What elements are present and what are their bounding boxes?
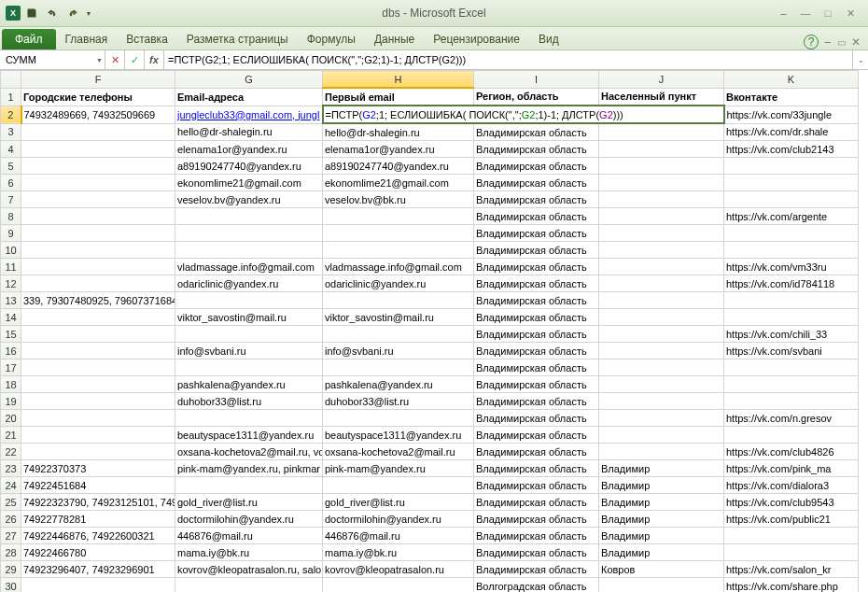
cell-J23[interactable]: Владимир [599,460,724,477]
cell-G2[interactable]: jungleclub33@gmail.com, jungl [175,106,323,123]
maximize-button[interactable]: □ [819,7,836,20]
cell-J6[interactable] [599,175,724,191]
cell-H25[interactable]: gold_river@list.ru [323,494,474,511]
name-box[interactable]: СУММ ▼ [0,50,105,69]
cell-K26[interactable]: https://vk.com/public21 [724,511,859,528]
cell-F16[interactable] [21,343,175,359]
cell-G26[interactable]: doctormilohin@yandex.ru [175,511,323,528]
cell-J22[interactable] [599,444,724,460]
cell-F27[interactable]: 74922446876, 74922600321 [21,528,175,544]
cell-F5[interactable] [21,158,175,175]
cell-G20[interactable] [175,410,323,427]
row-header-27[interactable]: 27 [1,528,21,544]
doc-close-button[interactable]: ✕ [851,35,861,49]
cell-I16[interactable]: Владимирская область [474,343,599,359]
cell-G21[interactable]: beautyspace1311@yandex.ru [175,427,323,444]
cell-K23[interactable]: https://vk.com/pink_ma [724,460,859,477]
cell-F12[interactable] [21,275,175,292]
tab-formulas[interactable]: Формулы [298,29,365,49]
row-header-29[interactable]: 29 [1,561,21,578]
cell-G5[interactable]: a89190247740@yandex.ru [175,158,323,175]
qat-customize-dropdown[interactable]: ▼ [84,4,93,22]
row-header-24[interactable]: 24 [1,477,21,494]
cell-I11[interactable]: Владимирская область [474,259,599,275]
cell-J11[interactable] [599,259,724,275]
cell-F20[interactable] [21,410,175,427]
cell-J26[interactable]: Владимир [599,511,724,528]
cell-F15[interactable] [21,326,175,343]
cell-F22[interactable] [21,444,175,460]
cell-K14[interactable] [724,309,859,326]
cell-J27[interactable]: Владимир [599,528,724,544]
cell-F2[interactable]: 74932489669, 74932509669 [21,106,175,123]
cell-F14[interactable] [21,309,175,326]
cell-J7[interactable] [599,191,724,208]
cell-F29[interactable]: 74923296407, 74923296901 [21,561,175,578]
cell-G17[interactable] [175,359,323,376]
fx-button[interactable]: fx [145,50,164,69]
cell-J14[interactable] [599,309,724,326]
cell-K22[interactable]: https://vk.com/club4826 [724,444,859,460]
cell-J28[interactable]: Владимир [599,544,724,561]
cell-G30[interactable] [175,578,323,593]
cell-K4[interactable]: https://vk.com/club2143 [724,141,859,158]
cell-J5[interactable] [599,158,724,175]
cell-F7[interactable] [21,191,175,208]
cell-I28[interactable]: Владимирская область [474,544,599,561]
cell-H23[interactable]: pink-mam@yandex.ru [323,460,474,477]
cell-I18[interactable]: Владимирская область [474,376,599,393]
cell-I13[interactable]: Владимирская область [474,292,599,309]
cell-I5[interactable]: Владимирская область [474,158,599,175]
minimize-button[interactable]: — [797,7,814,20]
cell-H18[interactable]: pashkalena@yandex.ru [323,376,474,393]
cell-K13[interactable] [724,292,859,309]
cell-K27[interactable] [724,528,859,544]
col-header-I[interactable]: I [474,71,599,89]
cell-I21[interactable]: Владимирская область [474,427,599,444]
cell-J13[interactable] [599,292,724,309]
cell-H11[interactable]: vladmassage.info@gmail.com [323,259,474,275]
cell-G11[interactable]: vladmassage.info@gmail.com [175,259,323,275]
cell-F18[interactable] [21,376,175,393]
tab-file[interactable]: Файл [2,29,56,49]
tab-data[interactable]: Данные [365,29,424,49]
cell-F11[interactable] [21,259,175,275]
cell-J21[interactable] [599,427,724,444]
cell-K2[interactable]: https://vk.com/33jungle [724,106,859,123]
cell-G24[interactable] [175,477,323,494]
col-header-G[interactable]: G [175,71,323,89]
col-header-J[interactable]: J [599,71,724,89]
cell-G16[interactable]: info@svbani.ru [175,343,323,359]
cell-H28[interactable]: mama.iy@bk.ru [323,544,474,561]
close-button[interactable]: ✕ [842,7,859,20]
row-header-6[interactable]: 6 [1,175,21,191]
row-header-9[interactable]: 9 [1,225,21,242]
cell-H19[interactable]: duhobor33@list.ru [323,393,474,410]
help-button[interactable]: ? [804,35,819,49]
cell-H7[interactable]: veselov.bv@bk.ru [323,191,474,208]
cell-I20[interactable]: Владимирская область [474,410,599,427]
formula-input[interactable]: =ПСТР(G2;1; ЕСЛИОШИБКА( ПОИСК(",";G2;1)-… [164,50,852,69]
cell-H30[interactable] [323,578,474,593]
cell-F26[interactable]: 74922778281 [21,511,175,528]
cell-K29[interactable]: https://vk.com/salon_kr [724,561,859,578]
cell-J8[interactable] [599,208,724,225]
row-header-11[interactable]: 11 [1,259,21,275]
cell-F30[interactable] [21,578,175,593]
cell-H27[interactable]: 446876@mail.ru [323,528,474,544]
row-header-3[interactable]: 3 [1,123,21,141]
cell-J17[interactable] [599,359,724,376]
col-header-H[interactable]: H [323,71,474,89]
cell-F17[interactable] [21,359,175,376]
cell-H3[interactable]: hello@dr-shalegin.ru [323,123,474,141]
cell-I6[interactable]: Владимирская область [474,175,599,191]
cell-J24[interactable]: Владимир [599,477,724,494]
cell-I26[interactable]: Владимирская область [474,511,599,528]
redo-button[interactable] [63,4,82,22]
cell-G6[interactable]: ekonomlime21@gmail.com [175,175,323,191]
row-header-16[interactable]: 16 [1,343,21,359]
row-header-13[interactable]: 13 [1,292,21,309]
row-header-15[interactable]: 15 [1,326,21,343]
cell-F6[interactable] [21,175,175,191]
row-header-26[interactable]: 26 [1,511,21,528]
